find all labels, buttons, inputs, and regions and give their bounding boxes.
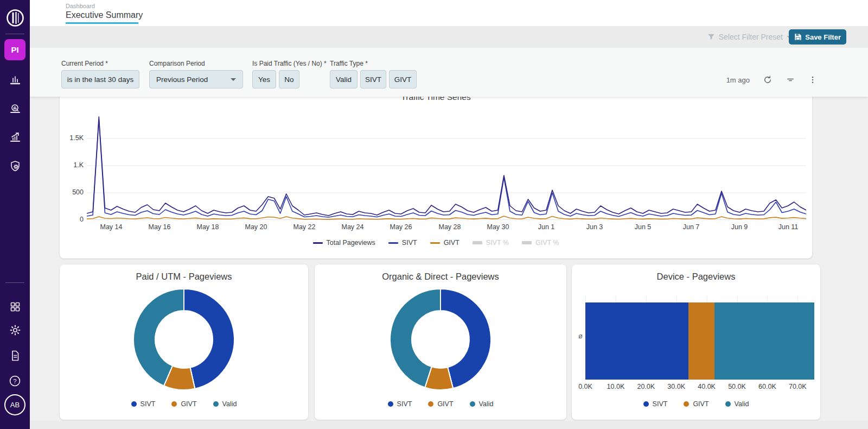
legend-item-sivt[interactable]: SIVT: [388, 239, 417, 247]
sidebar-item-help[interactable]: ?: [0, 374, 30, 388]
save-filter-label: Save Filter: [805, 33, 841, 41]
legend-item-valid[interactable]: Valid: [213, 400, 237, 408]
legend-item-sivt[interactable]: SIVT: [643, 400, 668, 408]
legend-item-sivt[interactable]: SIVT %: [473, 239, 509, 247]
settings-gear-icon: [9, 324, 22, 337]
series-total-pageviews: [87, 117, 806, 216]
x-tick: Jun 9: [723, 223, 756, 231]
traffic-type-givt-button[interactable]: GIVT: [389, 70, 417, 89]
sidebar-item-protection[interactable]: [0, 159, 30, 173]
organic-direct-pageviews-card: Organic & Direct - Pageviews SIVTGIVTVal…: [315, 264, 566, 420]
legend-dot: [213, 401, 219, 407]
traffic-time-series-card: Traffic Time Series 05001.K1.5K May 14Ma…: [60, 91, 812, 258]
is-paid-traffic-label: Is Paid Traffic (Yes / No) *: [252, 60, 327, 67]
category-label: ø: [578, 332, 583, 340]
legend-item-valid[interactable]: Valid: [725, 400, 749, 408]
x-tick: 30.0K: [665, 383, 688, 390]
y-axis-ticks: 05001.K1.5K: [60, 106, 84, 220]
stripes-circle-logo-icon: [5, 8, 25, 28]
workspace-pi-button[interactable]: PI: [4, 39, 25, 60]
legend-item-givt[interactable]: GIVT %: [522, 239, 559, 247]
stacked-bar-plot[interactable]: [585, 296, 814, 380]
chart-legend: SIVTGIVTValid: [315, 400, 566, 408]
legend-item-totalpageviews[interactable]: Total Pageviews: [313, 239, 375, 247]
legend-item-sivt[interactable]: SIVT: [131, 400, 156, 408]
x-tick: May 28: [433, 223, 466, 231]
bar-segment-sivt[interactable]: [585, 302, 688, 380]
bar-chart-icon: [9, 73, 22, 86]
breadcrumb: Dashboard: [66, 3, 95, 9]
x-tick: 60.0K: [755, 383, 779, 390]
y-tick: 1.K: [60, 161, 84, 169]
filter-lines-icon[interactable]: [786, 75, 795, 85]
traffic-type-valid-button[interactable]: Valid: [330, 70, 358, 89]
traffic-type-sivt-button[interactable]: SIVT: [360, 70, 386, 89]
legend-dot: [388, 401, 393, 407]
comparison-period-label: Comparison Period: [149, 60, 205, 67]
refresh-icon[interactable]: [763, 75, 773, 85]
legend-label: GIVT: [181, 400, 196, 408]
traffic-type-label: Traffic Type *: [330, 60, 368, 67]
app-logo[interactable]: [0, 8, 30, 28]
legend-item-givt[interactable]: GIVT: [171, 400, 196, 408]
sidebar-item-settings[interactable]: [0, 323, 30, 337]
sidebar-divider-top: [5, 34, 24, 34]
kebab-menu-icon[interactable]: [808, 75, 817, 85]
sidebar-item-search-analytics[interactable]: [0, 102, 30, 116]
current-period-label: Current Period *: [61, 60, 108, 67]
donut-chart[interactable]: [131, 286, 237, 393]
legend-item-givt[interactable]: GIVT: [428, 400, 453, 408]
bar-segment-valid[interactable]: [714, 302, 815, 380]
legend-dot: [643, 401, 649, 407]
donut-chart[interactable]: [387, 286, 494, 393]
sidebar-item-growth-report[interactable]: [0, 130, 30, 144]
x-tick: May 30: [482, 223, 514, 231]
series-sivt: [87, 119, 806, 217]
save-floppy-icon: [794, 33, 802, 41]
is-paid-yes-button[interactable]: Yes: [252, 70, 276, 89]
legend-swatch: [388, 242, 398, 244]
save-filter-button[interactable]: Save Filter: [789, 29, 846, 45]
legend-label: SIVT %: [486, 239, 509, 247]
legend-dot: [725, 401, 731, 407]
sidebar-item-apps[interactable]: [0, 300, 30, 314]
legend-item-givt[interactable]: GIVT: [430, 239, 459, 247]
last-refresh-text: 1m ago: [726, 76, 750, 84]
help-icon: ?: [8, 374, 22, 388]
title-underline: [66, 22, 138, 24]
chevron-down-icon: [231, 78, 236, 81]
apps-grid-icon: [9, 300, 22, 313]
bar-segment-givt[interactable]: [688, 302, 714, 380]
comparison-period-value: Previous Period: [156, 75, 208, 84]
funnel-icon: [707, 33, 715, 41]
legend-swatch: [313, 242, 323, 244]
is-paid-no-button[interactable]: No: [279, 70, 299, 89]
avatar[interactable]: AB: [4, 394, 25, 415]
sidebar: PI: [0, 0, 30, 429]
document-icon: [9, 349, 22, 362]
x-tick: Jun 7: [675, 223, 707, 231]
x-tick: May 24: [336, 223, 369, 231]
legend-label: Valid: [735, 400, 749, 408]
comparison-period-select[interactable]: Previous Period: [149, 70, 243, 89]
legend-dot: [131, 401, 137, 407]
select-filter-preset-dropdown[interactable]: Select Filter Preset: [707, 26, 792, 48]
legend-label: SIVT: [397, 400, 412, 408]
y-tick: 1.5K: [60, 134, 84, 142]
legend-label: SIVT: [402, 239, 417, 247]
time-series-plot[interactable]: [87, 106, 806, 220]
current-period-input[interactable]: is in the last 30 days: [61, 70, 139, 89]
legend-label: GIVT: [437, 400, 453, 408]
x-tick: May 22: [288, 223, 321, 231]
growth-chart-icon: [9, 131, 22, 144]
x-tick: Jun 1: [530, 223, 563, 231]
sidebar-item-docs[interactable]: [0, 349, 30, 363]
legend-swatch: [473, 241, 482, 244]
legend-item-givt[interactable]: GIVT: [684, 400, 709, 408]
legend-item-sivt[interactable]: SIVT: [388, 400, 412, 408]
x-tick: 10.0K: [604, 383, 628, 390]
legend-label: GIVT %: [535, 239, 559, 247]
sidebar-item-bar-chart[interactable]: [0, 73, 30, 87]
sidebar-divider-bottom: [5, 282, 24, 283]
legend-item-valid[interactable]: Valid: [470, 400, 494, 408]
